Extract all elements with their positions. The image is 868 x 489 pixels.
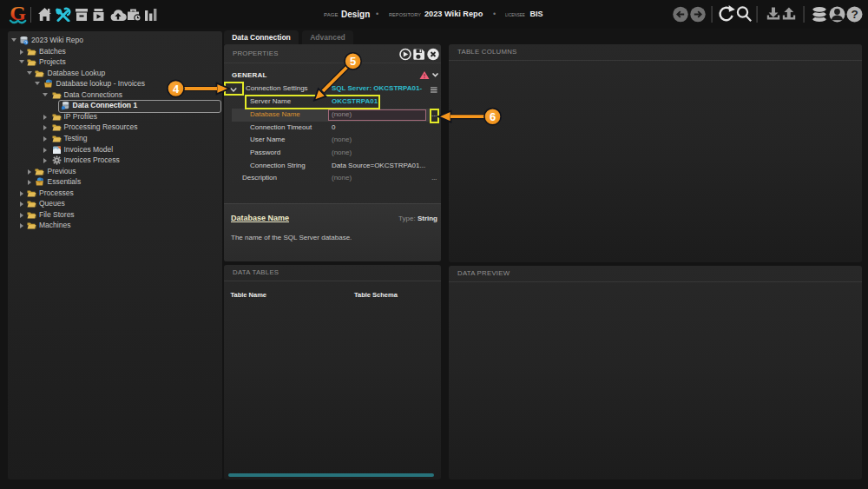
svg-text:?: ? bbox=[851, 8, 858, 21]
